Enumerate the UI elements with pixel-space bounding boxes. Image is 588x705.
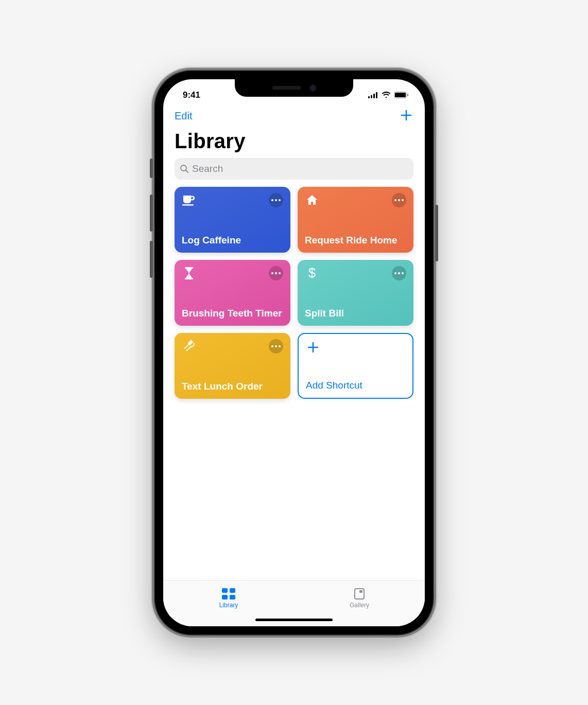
- notch: [235, 79, 353, 97]
- svg-rect-18: [359, 590, 362, 593]
- svg-rect-15: [222, 595, 228, 600]
- add-shortcut-card[interactable]: Add Shortcut: [298, 333, 413, 399]
- tab-label: Library: [219, 602, 238, 609]
- search-icon: [180, 164, 189, 173]
- volume-up-button: [150, 195, 153, 232]
- svg-text:$: $: [308, 266, 316, 280]
- svg-rect-10: [185, 267, 193, 269]
- svg-rect-3: [376, 92, 377, 98]
- page-title: Library: [163, 127, 425, 158]
- screen: 9:41: [163, 79, 425, 626]
- svg-point-7: [181, 165, 186, 171]
- device-frame: 9:41: [155, 71, 433, 634]
- search-input[interactable]: Search: [175, 158, 413, 180]
- svg-rect-11: [185, 278, 193, 279]
- library-tab-icon: [221, 587, 236, 601]
- gallery-tab-icon: [353, 587, 366, 601]
- mute-switch: [150, 158, 153, 178]
- shortcut-label: Text Lunch Order: [182, 381, 283, 392]
- shortcut-more-button[interactable]: [392, 193, 406, 207]
- shortcut-log-caffeine[interactable]: Log Caffeine: [175, 187, 290, 253]
- svg-rect-9: [182, 204, 194, 206]
- shortcut-more-button[interactable]: [269, 193, 283, 207]
- cup-icon: [182, 193, 196, 207]
- shortcut-label: Brushing Teeth Timer: [182, 308, 283, 319]
- add-button[interactable]: [399, 108, 413, 125]
- home-icon: [305, 193, 319, 207]
- svg-rect-1: [371, 95, 372, 98]
- tab-library[interactable]: Library: [163, 580, 294, 616]
- svg-rect-0: [368, 96, 370, 98]
- battery-icon: [394, 92, 408, 98]
- search-placeholder: Search: [192, 163, 223, 174]
- front-camera: [310, 85, 316, 91]
- hourglass-icon: [182, 266, 196, 280]
- shortcut-more-button[interactable]: [269, 339, 283, 354]
- shortcut-more-button[interactable]: [269, 266, 283, 280]
- wifi-icon: [382, 92, 391, 98]
- shortcut-request-ride-home[interactable]: Request Ride Home: [298, 187, 413, 253]
- shortcuts-grid: Log Caffeine Request Ride Home: [163, 187, 425, 399]
- svg-rect-13: [222, 588, 228, 593]
- speaker-grille: [272, 86, 301, 90]
- svg-line-8: [186, 170, 188, 172]
- home-indicator[interactable]: [255, 619, 333, 621]
- nav-bar: Edit: [163, 104, 425, 127]
- svg-rect-5: [395, 93, 406, 97]
- shortcut-label: Log Caffeine: [182, 235, 283, 246]
- svg-rect-2: [373, 94, 375, 98]
- shortcut-split-bill[interactable]: $ Split Bill: [298, 260, 413, 326]
- svg-rect-14: [230, 588, 235, 593]
- shortcut-label: Request Ride Home: [305, 235, 406, 246]
- tab-label: Gallery: [350, 602, 369, 609]
- status-time: 9:41: [178, 90, 200, 100]
- power-button: [435, 205, 438, 261]
- shortcut-label: Split Bill: [305, 308, 406, 319]
- edit-button[interactable]: Edit: [175, 110, 192, 122]
- utensils-icon: [182, 339, 196, 354]
- svg-rect-6: [407, 94, 408, 96]
- svg-rect-17: [355, 589, 364, 599]
- shortcut-brushing-teeth-timer[interactable]: Brushing Teeth Timer: [175, 260, 290, 326]
- plus-icon: [399, 108, 413, 122]
- plus-icon: [306, 340, 320, 355]
- add-shortcut-label: Add Shortcut: [306, 380, 405, 391]
- cellular-icon: [368, 92, 378, 98]
- shortcut-more-button[interactable]: [392, 266, 406, 280]
- svg-rect-16: [230, 595, 235, 600]
- tab-gallery[interactable]: Gallery: [294, 580, 425, 616]
- status-indicators: [368, 92, 410, 98]
- dollar-icon: $: [305, 266, 319, 280]
- shortcut-text-lunch-order[interactable]: Text Lunch Order: [175, 333, 290, 399]
- volume-down-button: [150, 241, 153, 278]
